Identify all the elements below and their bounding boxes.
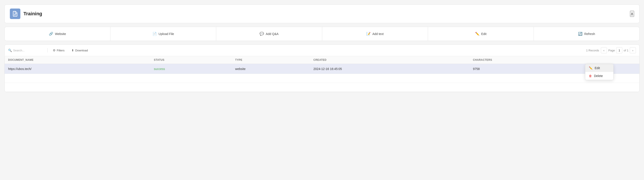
col-status: STATUS	[150, 56, 232, 64]
filters-button[interactable]: ⚙ Filters	[51, 48, 66, 53]
next-page-button[interactable]: ›	[630, 47, 636, 53]
refresh-button[interactable]: 🔄 Refresh	[534, 27, 640, 41]
pagination: ‹ Page 1 of 1 ›	[601, 47, 636, 53]
controls-bar: 🔍 ⚙ Filters ⬇ Download 1 Records ‹ Page …	[4, 45, 640, 56]
search-input[interactable]	[13, 49, 44, 52]
divider	[47, 48, 48, 52]
search-wrapper: 🔍	[8, 48, 44, 52]
records-info: 1 Records ‹ Page 1 of 1 ›	[586, 47, 636, 53]
toolbar: 🔗 Website 📄 Upload File 💬 Add Q&A 📝 Add …	[4, 27, 640, 41]
table-header: DOCUMENT_NAME STATUS TYPE CREATED CHARAC…	[4, 56, 640, 64]
current-page: 1	[616, 47, 622, 53]
svg-rect-1	[14, 15, 16, 15]
table-row-empty-2	[4, 83, 640, 92]
cell-actions: ··· ✏️ Edit 🗑 Delete	[587, 64, 640, 74]
prev-page-button[interactable]: ‹	[601, 47, 607, 53]
page-label: Page	[608, 49, 615, 52]
add-qa-button[interactable]: 💬 Add Q&A	[216, 27, 322, 41]
website-label: Website	[55, 32, 66, 36]
website-button[interactable]: 🔗 Website	[4, 27, 110, 41]
qa-icon: 💬	[260, 32, 264, 36]
cell-status: success	[150, 64, 232, 74]
trash-icon: 🗑	[589, 74, 592, 78]
dropdown-delete-label: Delete	[594, 74, 603, 78]
document-icon	[10, 8, 20, 19]
header-left: Training	[10, 8, 42, 19]
empty-cell-2	[4, 83, 150, 92]
dropdown-delete-button[interactable]: 🗑 Delete	[585, 72, 613, 80]
col-actions	[587, 56, 640, 64]
link-icon: 🔗	[49, 32, 53, 36]
add-text-label: Add text	[372, 32, 384, 36]
filters-label: Filters	[57, 49, 64, 52]
edit-label: Edit	[481, 32, 486, 36]
refresh-icon: 🔄	[578, 32, 582, 36]
qa-label: Add Q&A	[266, 32, 278, 36]
refresh-label: Refresh	[584, 32, 595, 36]
collapse-button[interactable]: ∧	[630, 11, 634, 17]
table-section: 🔍 ⚙ Filters ⬇ Download 1 Records ‹ Page …	[4, 44, 640, 92]
col-document-name: DOCUMENT_NAME	[4, 56, 150, 64]
add-text-button[interactable]: 📝 Add text	[322, 27, 428, 41]
dropdown-edit-button[interactable]: ✏️ Edit	[585, 64, 613, 72]
upload-icon: 📄	[152, 32, 157, 36]
filters-icon: ⚙	[53, 48, 56, 52]
text-icon: 📝	[366, 32, 371, 36]
svg-rect-0	[14, 14, 16, 14]
download-label: Download	[75, 49, 88, 52]
cell-created: 2024-12-16 16:45:05	[310, 64, 470, 74]
table-wrapper: DOCUMENT_NAME STATUS TYPE CREATED CHARAC…	[4, 56, 640, 92]
header-card: Training ∧	[4, 4, 640, 23]
data-table: DOCUMENT_NAME STATUS TYPE CREATED CHARAC…	[4, 56, 640, 92]
search-icon: 🔍	[8, 48, 12, 52]
page-total: of 1	[624, 49, 628, 52]
cell-characters: 9758	[470, 64, 587, 74]
upload-label: Upload File	[158, 32, 174, 36]
edit-pencil-icon: ✏️	[589, 66, 592, 70]
col-characters: CHARACTERS	[470, 56, 587, 64]
edit-button[interactable]: ✏️ Edit	[428, 27, 534, 41]
edit-icon: ✏️	[475, 32, 480, 36]
dropdown-edit-label: Edit	[595, 66, 600, 70]
table-body: https://ubos.tech/ success website 2024-…	[4, 64, 640, 92]
empty-cell	[4, 74, 150, 83]
page-title: Training	[24, 11, 42, 17]
table-row: https://ubos.tech/ success website 2024-…	[4, 64, 640, 74]
dropdown-menu: ✏️ Edit 🗑 Delete	[585, 64, 614, 80]
col-type: TYPE	[232, 56, 310, 64]
table-row-empty-1	[4, 74, 640, 83]
col-created: CREATED	[310, 56, 470, 64]
download-icon: ⬇	[72, 48, 74, 52]
cell-document-name: https://ubos.tech/	[4, 64, 150, 74]
records-count: 1 Records	[586, 49, 599, 52]
cell-type: website	[232, 64, 310, 74]
download-button[interactable]: ⬇ Download	[70, 48, 90, 53]
upload-file-button[interactable]: 📄 Upload File	[110, 27, 216, 41]
